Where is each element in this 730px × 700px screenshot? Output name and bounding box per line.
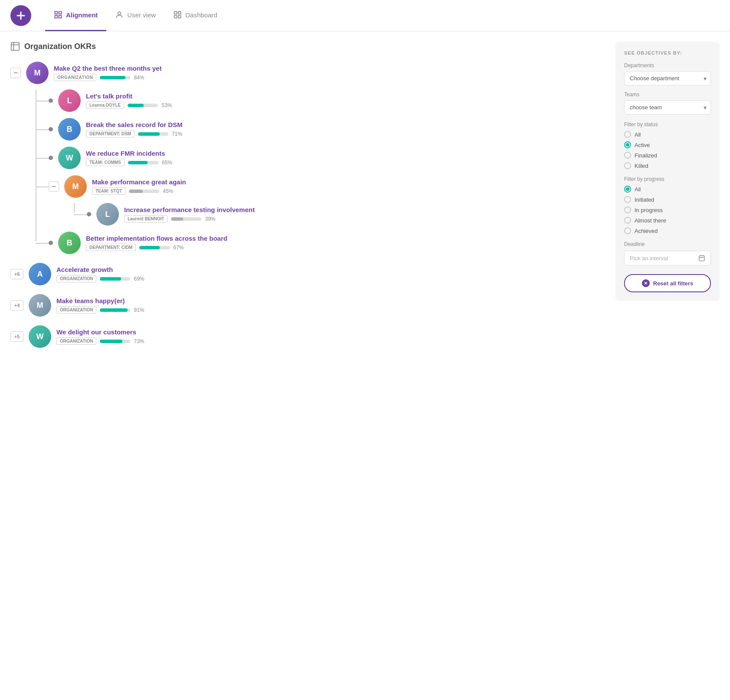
child1-info: Let's talk profit Leanna DOYLE 53% <box>86 92 172 109</box>
teams-select[interactable]: choose team <box>624 100 711 114</box>
page-title-row: Organization OKRs <box>10 42 602 51</box>
obj1-progress-bar <box>100 76 130 79</box>
svg-rect-9 <box>11 43 19 50</box>
child2-title[interactable]: Break the sales record for DSM <box>86 121 183 128</box>
obj4-tag: ORGANIZATION <box>56 337 96 345</box>
obj4-root: +5 W We delight our customers ORGANIZATI… <box>10 325 602 348</box>
child4-sub: L Increase performance testing involveme… <box>87 203 602 226</box>
obj1-info: Make Q2 the best three months yet ORGANI… <box>54 65 602 81</box>
status-all[interactable]: All <box>624 131 711 138</box>
content-area: Organization OKRs − M Make Q2 the best t… <box>10 42 602 357</box>
okr-tree: − M Make Q2 the best three months yet OR… <box>10 62 602 348</box>
departments-select-wrap[interactable]: Choose department ▾ <box>624 71 711 85</box>
obj1-row: − M Make Q2 the best three months yet OR… <box>10 62 602 84</box>
status-active[interactable]: Active <box>624 141 711 148</box>
user-icon <box>115 10 124 19</box>
nav-tabs: Alignment User view Dashboard <box>45 0 226 31</box>
child1-title[interactable]: Let's talk profit <box>86 92 172 100</box>
progress-achieved[interactable]: Achieved <box>624 227 711 234</box>
progress-all[interactable]: All <box>624 186 711 193</box>
alignment-icon <box>54 10 62 19</box>
obj2-root: +6 A Accelerate growth ORGANIZATION 69% <box>10 263 602 285</box>
departments-select[interactable]: Choose department <box>624 71 711 85</box>
child4-sub1-title[interactable]: Increase performance testing involvement <box>124 206 255 213</box>
obj2-title[interactable]: Accelerate growth <box>56 266 145 273</box>
sidebar: SEE OBJECTIVES BY: Departments Choose de… <box>615 42 720 301</box>
reset-filters-button[interactable]: ✕ Reset all filters <box>624 274 711 292</box>
teams-label: Teams <box>624 92 711 98</box>
dot1 <box>49 98 53 103</box>
org-icon <box>10 42 20 51</box>
progress-initiated[interactable]: Initiated <box>624 196 711 203</box>
svg-rect-6 <box>178 12 181 14</box>
child5-tag: DEPARTMENT: CIDM <box>86 244 136 251</box>
obj3-title[interactable]: Make teams happy(er) <box>56 297 145 304</box>
sidebar-section-title: SEE OBJECTIVES BY: <box>624 50 711 56</box>
child1-tag: Leanna DOYLE <box>86 101 124 109</box>
svg-rect-8 <box>178 16 181 18</box>
svg-rect-2 <box>55 16 58 18</box>
deadline-label: Deadline <box>624 241 711 247</box>
logo-button[interactable] <box>10 5 31 26</box>
deadline-placeholder: Pick an interval <box>630 255 695 262</box>
calendar-icon <box>698 255 705 262</box>
child4-collapse[interactable]: − <box>49 181 59 192</box>
obj4-expand[interactable]: +5 <box>10 331 23 342</box>
header: Alignment User view Dashboard <box>0 0 730 31</box>
child4-tag: TEAM: STQT <box>92 187 125 195</box>
svg-point-4 <box>118 12 121 15</box>
svg-rect-12 <box>699 256 704 261</box>
obj1-root: − M Make Q2 the best three months yet OR… <box>10 62 602 254</box>
obj2-tag: ORGANIZATION <box>56 275 96 282</box>
page-title: Organization OKRs <box>24 42 96 51</box>
svg-rect-5 <box>174 12 177 14</box>
progress-almost-there[interactable]: Almost there <box>624 217 711 224</box>
tab-dashboard[interactable]: Dashboard <box>164 0 226 31</box>
obj1-child4: − M Make performance great again TEAM: S… <box>49 175 602 226</box>
filter-progress-label: Filter by progress <box>624 176 711 182</box>
obj1-child2: B Break the sales record for DSM DEPARTM… <box>49 118 602 141</box>
tab-user-view[interactable]: User view <box>106 0 164 31</box>
tab-alignment[interactable]: Alignment <box>45 0 106 31</box>
dot2 <box>49 127 53 131</box>
status-finalized[interactable]: Finalized <box>624 152 711 159</box>
tab-dashboard-label: Dashboard <box>185 11 217 19</box>
obj1-child5: B Better implementation flows across the… <box>49 232 602 254</box>
svg-rect-1 <box>59 12 62 14</box>
obj1-title[interactable]: Make Q2 the best three months yet <box>54 65 602 72</box>
deadline-input[interactable]: Pick an interval <box>624 251 711 265</box>
reset-label: Reset all filters <box>653 280 694 287</box>
obj2-expand[interactable]: +6 <box>10 269 23 279</box>
child1-avatar: L <box>58 89 81 112</box>
child3-tag: TEAM: COMMS <box>86 159 125 166</box>
status-radio-group: All Active Finalized Killed <box>624 131 711 169</box>
obj1-meta: ORGANIZATION 84% <box>54 74 602 81</box>
obj3-root: +4 M Make teams happy(er) ORGANIZATION 9… <box>10 294 602 317</box>
obj1-collapse-btn[interactable]: − <box>10 68 21 78</box>
status-killed[interactable]: Killed <box>624 162 711 169</box>
obj1-tag: ORGANIZATION <box>54 74 96 81</box>
child2-tag: DEPARTMENT: DSM <box>86 130 135 137</box>
svg-rect-0 <box>55 12 58 14</box>
svg-rect-7 <box>174 16 177 18</box>
obj1-progress-label: 84% <box>134 75 144 81</box>
child4-title[interactable]: Make performance great again <box>92 178 186 186</box>
child4-sub1-tag: Laurent BENNOIT <box>124 215 168 222</box>
obj1-avatar: M <box>26 62 49 84</box>
progress-in-progress[interactable]: In progress <box>624 206 711 213</box>
teams-select-wrap[interactable]: choose team ▾ <box>624 100 711 114</box>
child3-title[interactable]: We reduce FMR incidents <box>86 150 172 157</box>
reset-x-icon: ✕ <box>642 279 650 287</box>
obj1-child3: W We reduce FMR incidents TEAM: COMMS 65… <box>49 147 602 169</box>
progress-radio-group: All Initiated In progress Almost there A… <box>624 186 711 234</box>
obj1-children: L Let's talk profit Leanna DOYLE 53% <box>49 89 602 254</box>
departments-label: Departments <box>624 62 711 69</box>
obj3-expand[interactable]: +4 <box>10 300 23 311</box>
obj3-tag: ORGANIZATION <box>56 306 96 314</box>
svg-rect-3 <box>59 16 62 18</box>
obj4-title[interactable]: We delight our customers <box>56 328 145 336</box>
filter-status-label: Filter by status <box>624 121 711 128</box>
child5-title[interactable]: Better implementation flows across the b… <box>86 235 227 242</box>
obj1-child1: L Let's talk profit Leanna DOYLE 53% <box>49 89 602 112</box>
tab-alignment-label: Alignment <box>66 11 98 19</box>
